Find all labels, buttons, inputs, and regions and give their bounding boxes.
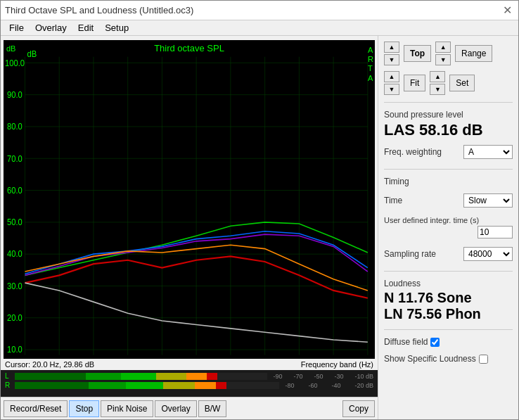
set-nav-group: ▲ ▼ [430, 71, 445, 95]
l-channel-label: L [5, 372, 12, 380]
loudness-section-title: Loudness [384, 279, 513, 288]
window-title: Third Octave SPL and Loudness (Untitled.… [5, 5, 193, 15]
spl-value: LAS 58.16 dB [384, 121, 513, 139]
main-window: Third Octave SPL and Loudness (Untitled.… [0, 0, 519, 420]
svg-text:50.0: 50.0 [7, 218, 23, 227]
chart-inner: Third octave SPL ARTA dB [4, 40, 375, 359]
set-up-button[interactable]: ▲ [430, 71, 445, 82]
chart-arta: ARTA [368, 46, 373, 83]
show-specific-row: Show Specific Loudness [384, 354, 513, 364]
title-bar: Third Octave SPL and Loudness (Untitled.… [1, 1, 518, 20]
range-down-button[interactable]: ▼ [435, 54, 451, 65]
set-button[interactable]: Set [449, 75, 475, 91]
svg-text:90.0: 90.0 [7, 91, 23, 99]
top-up-button[interactable]: ▲ [384, 42, 399, 53]
r-level-bar [15, 382, 279, 389]
r-scale: -80 -60 -40 -20 dB [285, 382, 373, 389]
fit-set-controls: ▲ ▼ Fit ▲ ▼ Set [384, 71, 513, 95]
bw-button[interactable]: B/W [198, 400, 227, 417]
pink-noise-button[interactable]: Pink Noise [101, 400, 153, 417]
svg-text:10.0: 10.0 [7, 345, 23, 354]
svg-text:30.0: 30.0 [7, 281, 23, 290]
top-nav-group: ▲ ▼ [384, 42, 399, 65]
divider-2 [384, 169, 513, 170]
sampling-rate-select[interactable]: 48000 44100 96000 [463, 247, 513, 261]
user-defined-row: User defined integr. time (s) [384, 216, 513, 238]
diffuse-field-checkbox[interactable] [430, 338, 440, 347]
divider-1 [384, 102, 513, 103]
range-nav-group: ▲ ▼ [435, 42, 451, 65]
menu-file[interactable]: File [4, 22, 30, 34]
loudness-ln-value: LN 75.56 Phon [384, 306, 513, 322]
chart-grid: 100.0 90.0 80.0 70.0 60.0 50.0 40.0 30.0… [4, 40, 375, 359]
close-button[interactable]: ✕ [500, 4, 514, 18]
time-label: Time [384, 196, 402, 205]
main-content: Third octave SPL ARTA dB [1, 36, 518, 419]
loudness-n-value: N 11.76 Sone [384, 290, 513, 306]
svg-text:4k: 4k [293, 358, 301, 359]
top-button[interactable]: Top [404, 45, 431, 62]
chart-bottom-labels: Cursor: 20.0 Hz, 29.86 dB Frequency band… [1, 359, 378, 370]
svg-text:16: 16 [22, 358, 30, 359]
freq-weighting-select[interactable]: A B C Z [463, 145, 513, 159]
spl-section: Sound pressure level LAS 58.16 dB [384, 110, 513, 139]
range-up-button[interactable]: ▲ [435, 42, 451, 53]
svg-text:20.0: 20.0 [7, 314, 23, 322]
chart-container: Third octave SPL ARTA dB [4, 40, 375, 359]
svg-text:dB: dB [27, 49, 37, 58]
l-scale: -90 -70 -50 -30 -10 dB [273, 373, 373, 380]
menu-overlay[interactable]: Overlay [30, 22, 72, 34]
timing-section-title: Timing [384, 177, 513, 186]
chart-area: Third octave SPL ARTA dB [1, 36, 378, 419]
show-specific-checkbox[interactable] [479, 355, 488, 364]
record-reset-button[interactable]: Record/Reset [4, 400, 68, 417]
divider-3 [384, 271, 513, 272]
svg-text:32: 32 [55, 358, 63, 359]
svg-text:80.0: 80.0 [7, 122, 23, 131]
time-row: Time Slow Fast Impulse [384, 193, 513, 208]
svg-text:100.0: 100.0 [5, 58, 25, 67]
show-specific-label: Show Specific Loudness [384, 354, 476, 364]
r-channel-label: R [5, 381, 12, 389]
top-down-button[interactable]: ▼ [384, 54, 399, 65]
svg-text:70.0: 70.0 [7, 154, 23, 163]
menu-bar: File Overlay Edit Setup [1, 20, 518, 36]
level-meter: L -90 -70 -50 -30 [1, 370, 378, 397]
svg-text:125: 125 [122, 358, 134, 359]
copy-button[interactable]: Copy [342, 400, 375, 417]
top-controls: ▲ ▼ Top ▲ ▼ Range [384, 42, 513, 65]
svg-text:8k: 8k [328, 358, 335, 359]
range-button[interactable]: Range [455, 45, 492, 62]
spl-section-label: Sound pressure level [384, 110, 513, 120]
set-down-button[interactable]: ▼ [430, 84, 445, 95]
svg-text:63: 63 [89, 358, 97, 359]
freq-weighting-label: Freq. weighting [384, 147, 442, 157]
svg-text:60.0: 60.0 [7, 186, 23, 195]
bottom-buttons: Record/Reset Stop Pink Noise Overlay B/W… [1, 397, 378, 419]
time-select[interactable]: Slow Fast Impulse [463, 193, 513, 208]
stop-button[interactable]: Stop [69, 400, 99, 417]
y-axis-label: dB [6, 44, 15, 53]
fit-nav-group: ▲ ▼ [384, 71, 399, 95]
l-level-bar [15, 373, 267, 380]
svg-text:500: 500 [191, 358, 203, 359]
diffuse-field-row: Diffuse field [384, 337, 513, 347]
diffuse-field-label: Diffuse field [384, 337, 428, 347]
svg-text:16k: 16k [361, 358, 373, 359]
menu-setup[interactable]: Setup [99, 22, 134, 34]
loudness-section: Loudness N 11.76 Sone LN 75.56 Phon [384, 279, 513, 322]
fit-button[interactable]: Fit [404, 75, 425, 91]
right-panel: ▲ ▼ Top ▲ ▼ Range ▲ ▼ Fit ▲ ▼ [378, 36, 518, 419]
cursor-text: Cursor: 20.0 Hz, 29.86 dB [5, 360, 94, 369]
user-defined-input[interactable] [478, 226, 513, 238]
fit-down-button[interactable]: ▼ [384, 84, 399, 95]
user-defined-label: User defined integr. time (s) [384, 216, 513, 224]
freq-weighting-row: Freq. weighting A B C Z [384, 145, 513, 159]
menu-edit[interactable]: Edit [72, 22, 99, 34]
fit-up-button[interactable]: ▲ [384, 71, 399, 82]
divider-4 [384, 329, 513, 330]
sampling-rate-label: Sampling rate [384, 249, 436, 259]
svg-text:2k: 2k [260, 358, 267, 359]
overlay-button[interactable]: Overlay [155, 400, 196, 417]
svg-text:1k: 1k [225, 358, 233, 359]
